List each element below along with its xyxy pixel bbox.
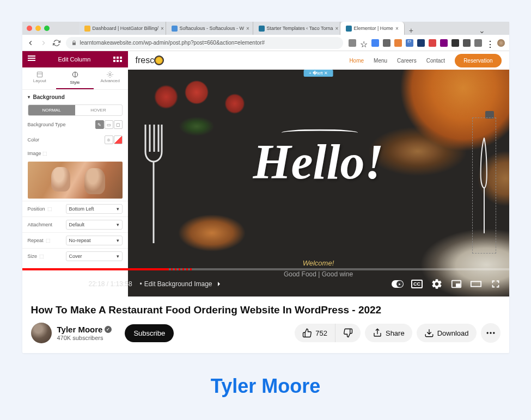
ext-icon[interactable] — [417, 39, 425, 47]
tab-4[interactable]: Elementor | Home× — [340, 22, 405, 35]
ext-icon[interactable] — [440, 39, 448, 47]
svg-point-2 — [109, 73, 111, 76]
ext-icon[interactable] — [349, 39, 356, 47]
star-icon[interactable]: ☆ — [360, 39, 368, 47]
state-toggle[interactable]: NORMAL HOVER — [28, 104, 123, 116]
site-navbar: fresc Home Menu Careers Contact Reservat… — [128, 51, 509, 70]
knife-widget-selected[interactable] — [472, 118, 496, 254]
volume-icon[interactable] — [69, 278, 81, 290]
nav-menu[interactable]: Menu — [374, 58, 387, 64]
min-dot[interactable] — [35, 26, 41, 31]
puzzle-icon[interactable] — [463, 39, 471, 47]
close-dot[interactable] — [27, 26, 32, 31]
ext-icon[interactable]: f? — [406, 39, 413, 47]
bg-video-icon[interactable]: ▢ — [114, 120, 123, 129]
color-label: Color — [28, 137, 40, 143]
play-icon[interactable] — [30, 278, 42, 290]
svg-point-6 — [486, 332, 488, 333]
forward-icon[interactable] — [40, 39, 47, 47]
chevron-right-icon — [215, 280, 223, 288]
fullscreen-icon[interactable] — [490, 278, 502, 290]
close-icon[interactable]: × — [395, 26, 399, 32]
reservation-button[interactable]: Reservation — [455, 54, 501, 67]
size-select[interactable]: Cover▾ — [66, 251, 123, 261]
video-title: How To Make A Restaurant Food Ordering W… — [31, 304, 501, 316]
tab-advanced[interactable]: Advanced — [93, 67, 128, 89]
autoplay-toggle[interactable] — [392, 278, 404, 290]
nav-contact[interactable]: Contact — [426, 58, 445, 64]
color-picker[interactable] — [114, 135, 123, 144]
profile-avatar[interactable] — [497, 39, 505, 47]
site-logo[interactable]: fresc — [136, 55, 163, 65]
tab-layout[interactable]: Layout — [22, 67, 58, 89]
channel-avatar[interactable] — [31, 323, 52, 343]
new-tab-button[interactable]: + — [405, 26, 418, 35]
ext-icon[interactable] — [451, 39, 459, 47]
nav-careers[interactable]: Careers — [397, 58, 417, 64]
reload-icon[interactable] — [53, 39, 60, 47]
tab-3[interactable]: Starter Templates ‹ Taco Torna× — [253, 22, 340, 35]
max-dot[interactable] — [44, 26, 50, 31]
prop-attachment-label: Attachment — [28, 222, 53, 227]
toggle-normal[interactable]: NORMAL — [28, 105, 75, 115]
ext-icon[interactable] — [394, 39, 402, 47]
settings-icon[interactable] — [431, 278, 443, 290]
repeat-select[interactable]: No-repeat▾ — [66, 236, 123, 245]
position-select[interactable]: Bottom Left▾ — [66, 204, 123, 214]
subscribe-button[interactable]: Subscribe — [125, 324, 174, 342]
theater-icon[interactable] — [470, 278, 482, 290]
chapter-display[interactable]: • Edit Background Image — [140, 280, 223, 288]
nav-home[interactable]: Home — [349, 58, 364, 64]
tab-2[interactable]: Softaculous - Softaculous - W× — [166, 22, 253, 35]
close-icon[interactable]: × — [161, 26, 164, 32]
thumbs-down-icon — [343, 328, 353, 338]
ext-icon[interactable] — [371, 39, 379, 47]
tab-dropdown[interactable]: ⌄ — [474, 26, 490, 35]
extension-icons: ☆ f? ⋮ — [349, 39, 505, 47]
time-display: 22:18 / 1:13:58 — [89, 280, 132, 288]
toggle-hover[interactable]: HOVER — [75, 105, 122, 115]
svg-point-7 — [490, 332, 491, 333]
close-icon[interactable]: × — [335, 26, 339, 32]
menu-dots-icon[interactable]: ⋮ — [486, 39, 493, 47]
tab-style[interactable]: Style — [57, 67, 93, 89]
tab-1[interactable]: Dashboard | HostGator Billing/× — [79, 22, 166, 35]
svg-rect-5 — [471, 281, 480, 286]
download-icon — [424, 328, 434, 338]
section-edit-handle[interactable]: + �left ✕ — [303, 70, 333, 77]
verified-icon: ✓ — [105, 326, 112, 333]
apps-icon[interactable] — [113, 57, 122, 62]
video-metadata: How To Make A Restaurant Food Ordering W… — [22, 297, 509, 353]
sidebar-title: Edit Column — [58, 56, 91, 63]
next-icon[interactable] — [50, 278, 62, 290]
share-button[interactable]: Share — [365, 324, 412, 342]
cc-icon[interactable]: CC — [411, 278, 423, 290]
url-field[interactable]: learntomakeawebsite.com/wp-admin/post.ph… — [66, 37, 343, 49]
bg-gradient-icon[interactable]: ▭ — [105, 120, 113, 129]
miniplayer-icon[interactable] — [450, 278, 462, 290]
bgtype-buttons: ✎ ▭ ▢ — [95, 120, 123, 129]
fork-illustration — [140, 122, 167, 247]
download-button[interactable]: Download — [417, 324, 477, 342]
back-icon[interactable] — [27, 39, 34, 47]
like-button[interactable]: 752 — [295, 324, 335, 342]
progress-bar[interactable] — [22, 268, 509, 270]
bg-classic-icon[interactable]: ✎ — [95, 120, 104, 129]
progress-buffer — [22, 268, 193, 270]
ext-icon[interactable] — [474, 39, 482, 47]
window-controls[interactable] — [27, 26, 50, 31]
more-button[interactable] — [481, 323, 501, 343]
prop-size-label: Size — [28, 254, 38, 259]
ext-icon[interactable] — [429, 39, 436, 47]
ext-icon[interactable] — [383, 39, 390, 47]
color-global-icon[interactable]: ⊕ — [105, 135, 113, 144]
close-icon[interactable]: × — [246, 26, 249, 32]
dislike-button[interactable] — [335, 324, 361, 342]
attachment-select[interactable]: Default▾ — [66, 220, 123, 230]
section-background[interactable]: Background — [22, 90, 128, 103]
image-preview[interactable] — [28, 162, 123, 199]
svg-rect-0 — [37, 72, 42, 77]
video-player[interactable]: Dashboard | HostGator Billing/× Softacul… — [22, 22, 509, 297]
channel-name[interactable]: Tyler Moore✓ — [57, 325, 112, 334]
menu-icon[interactable] — [28, 55, 35, 63]
